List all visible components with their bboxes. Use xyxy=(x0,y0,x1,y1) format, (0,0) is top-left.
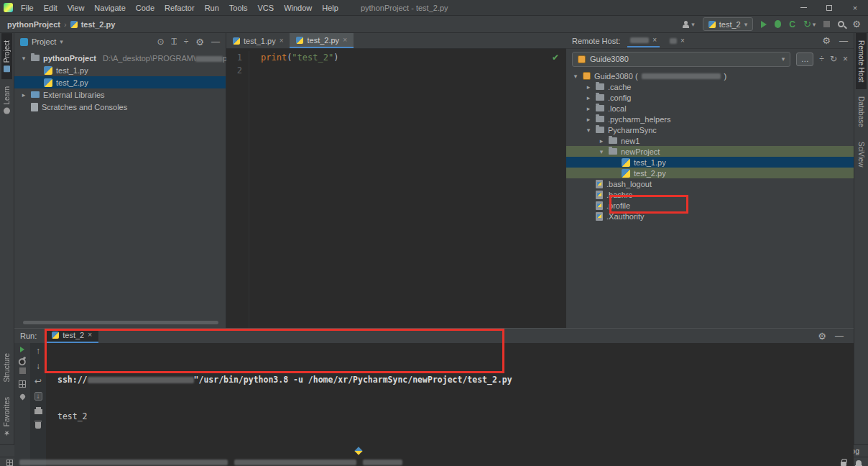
menu-run[interactable]: Run xyxy=(200,1,224,14)
tool-tab-learn[interactable]: Learn xyxy=(1,79,12,122)
run-configuration-select[interactable]: test_2 ▾ xyxy=(703,17,754,31)
hide-panel-button[interactable]: — xyxy=(211,37,220,46)
soft-wrap-button[interactable]: ↩ xyxy=(34,377,42,385)
file-icon xyxy=(596,201,603,210)
tool-tab-favorites[interactable]: ★Favorites xyxy=(1,390,12,444)
restore-layout-button[interactable] xyxy=(19,380,26,388)
menu-file[interactable]: File xyxy=(16,1,39,14)
menu-view[interactable]: View xyxy=(63,1,90,14)
project-panel-title[interactable]: Project xyxy=(32,37,56,46)
scroll-to-end-button[interactable]: ↓ xyxy=(34,392,42,401)
tree-row-server-root[interactable]: ▾ Guide3080 () xyxy=(566,70,854,81)
tool-tab-project[interactable]: Project xyxy=(1,33,12,79)
close-tab-icon[interactable]: × xyxy=(343,36,347,44)
close-button[interactable]: × xyxy=(842,0,868,16)
tool-tab-database[interactable]: Database xyxy=(856,89,867,134)
menu-window[interactable]: Window xyxy=(279,1,317,14)
tree-row-local[interactable]: ▸.local xyxy=(566,103,854,114)
menu-help[interactable]: Help xyxy=(317,1,343,14)
tree-row-config[interactable]: ▸.config xyxy=(566,92,854,103)
search-everywhere-button[interactable] xyxy=(838,21,844,27)
chevron-collapsed-icon: ▸ xyxy=(585,105,592,112)
tab-label: test_1.py xyxy=(244,37,276,45)
close-tab-icon[interactable]: × xyxy=(652,37,657,44)
remote-host-tab-2[interactable]: × xyxy=(667,35,688,47)
collapse-all-button[interactable]: ÷ xyxy=(184,37,189,46)
more-options-button[interactable]: … xyxy=(796,52,813,66)
menu-refactor[interactable]: Refactor xyxy=(160,1,200,14)
refresh-button[interactable]: ↻ xyxy=(830,55,837,63)
main-area: Project Learn Structure ★Favorites Proje… xyxy=(0,33,868,444)
tree-row-pycharmsync[interactable]: ▾PycharmSync xyxy=(566,124,854,135)
next-occurrence-button[interactable]: ↓ xyxy=(36,362,40,370)
tree-row-newproject[interactable]: ▾newProject xyxy=(566,146,854,157)
menu-tools[interactable]: Tools xyxy=(224,1,253,14)
panel-settings-button[interactable]: ⚙ xyxy=(195,37,204,47)
remote-host-tab-1[interactable]: × xyxy=(627,35,660,47)
menu-navigate[interactable]: Navigate xyxy=(89,1,130,14)
pin-tab-button[interactable] xyxy=(19,393,26,401)
profiler-button[interactable]: ↻▾ xyxy=(803,19,816,29)
horizontal-scrollbar[interactable] xyxy=(23,321,218,324)
editor-tab-test1[interactable]: test_1.py × xyxy=(226,33,290,48)
hide-panel-button[interactable]: — xyxy=(835,332,844,340)
print-button[interactable] xyxy=(34,409,42,414)
tool-tab-sciview[interactable]: SciView xyxy=(856,134,867,174)
tree-row-remote-test1[interactable]: test_1.py xyxy=(566,157,854,168)
code-editor[interactable]: 1 2 print("test_2") xyxy=(226,49,566,328)
tool-window-switcher-icon[interactable] xyxy=(6,460,13,466)
settings-button[interactable]: ⚙ xyxy=(852,19,861,29)
tree-row-cache[interactable]: ▸.cache xyxy=(566,81,854,92)
editor-tab-test2-active[interactable]: test_2.py × xyxy=(290,33,353,48)
profiler-icon: ↻ xyxy=(803,19,811,29)
close-panel-button[interactable]: × xyxy=(843,55,848,63)
run-settings-button[interactable] xyxy=(19,357,26,364)
tree-row-pycharm-helpers[interactable]: ▸.pycharm_helpers xyxy=(566,114,854,124)
menu-edit[interactable]: Edit xyxy=(39,1,63,14)
redacted-text xyxy=(88,377,194,383)
breadcrumb-file[interactable]: test_2.py xyxy=(81,20,116,29)
tool-tab-structure[interactable]: Structure xyxy=(1,346,12,390)
breadcrumb-project[interactable]: pythonProject xyxy=(7,20,60,29)
tree-row-remote-test2[interactable]: test_2.py xyxy=(566,168,854,178)
panel-settings-button[interactable]: ⚙ xyxy=(822,36,831,45)
collapse-all-button[interactable]: ÷ xyxy=(819,55,824,63)
minimize-button[interactable] xyxy=(790,0,816,16)
tree-row-new1[interactable]: ▸new1 xyxy=(566,135,854,146)
run-button[interactable] xyxy=(761,21,767,28)
stop-button[interactable] xyxy=(19,367,26,374)
server-select[interactable]: Guide3080 ▾ xyxy=(572,52,790,67)
tree-row-test1[interactable]: test_1.py xyxy=(14,64,226,76)
tree-row-bash-logout[interactable]: .bash_logout xyxy=(566,178,854,189)
lock-icon[interactable] xyxy=(841,462,846,466)
tree-row-test2-selected[interactable]: test_2.py xyxy=(14,76,226,88)
tree-row-external-libraries[interactable]: ▸ External Libraries xyxy=(14,88,226,101)
vcs-user-button[interactable]: ▾ xyxy=(682,21,695,28)
chevron-collapsed-icon: ▸ xyxy=(585,94,592,101)
redacted-status-message xyxy=(234,460,356,465)
prev-occurrence-button[interactable]: ↑ xyxy=(36,347,40,355)
menu-code[interactable]: Code xyxy=(131,1,160,14)
tree-row-python-project[interactable]: ▾ pythonProject D:\A_desktop\PROGRAM\pyt… xyxy=(14,52,226,64)
expand-all-button[interactable]: Ɪ xyxy=(171,37,176,46)
close-tab-icon[interactable]: × xyxy=(280,37,284,45)
close-tab-icon[interactable]: × xyxy=(680,37,685,45)
hide-panel-button[interactable]: — xyxy=(839,37,848,45)
folder-icon xyxy=(31,55,40,61)
clear-all-button[interactable] xyxy=(35,422,41,429)
tree-row-scratches[interactable]: Scratches and Consoles xyxy=(14,101,226,113)
restore-button[interactable] xyxy=(816,0,842,16)
panel-settings-button[interactable]: ⚙ xyxy=(818,332,826,341)
tree-label: new1 xyxy=(621,137,640,145)
select-opened-file-button[interactable]: ⊙ xyxy=(157,37,164,46)
folder-icon xyxy=(596,105,604,111)
notifications-icon[interactable] xyxy=(856,460,862,465)
chevron-expanded-icon: ▾ xyxy=(585,127,592,134)
stop-button[interactable] xyxy=(823,21,830,27)
rerun-button[interactable] xyxy=(20,347,24,352)
tool-tab-remote-host[interactable]: Remote Host xyxy=(856,33,867,89)
coverage-button[interactable]: C xyxy=(789,20,795,29)
menu-vcs[interactable]: VCS xyxy=(253,1,280,14)
inspections-ok-icon[interactable]: ✔ xyxy=(552,53,559,62)
debug-button[interactable] xyxy=(775,20,781,28)
